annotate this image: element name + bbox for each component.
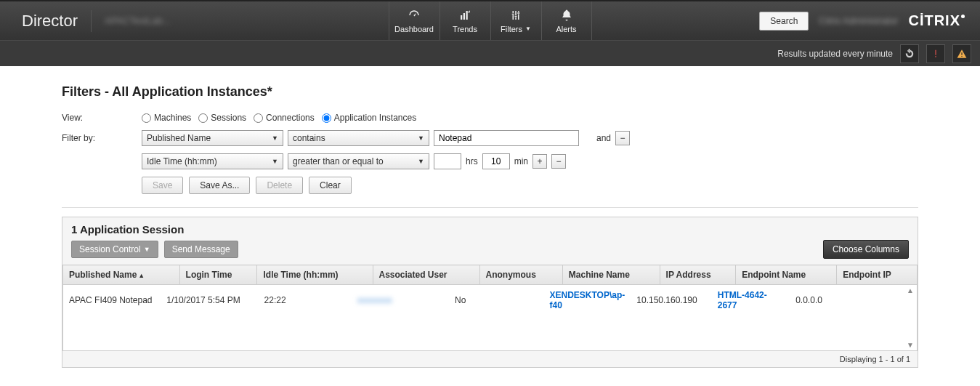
panel-toolbar: Session Control▼ Send Message Choose Col… bbox=[62, 240, 918, 265]
chevron-down-icon: ▼ bbox=[525, 25, 531, 32]
refresh-button[interactable] bbox=[900, 44, 919, 63]
filters-icon bbox=[509, 9, 523, 23]
brand-title: Director bbox=[22, 12, 78, 31]
nav-alerts[interactable]: Alerts bbox=[541, 1, 592, 40]
sub-header: Results updated every minute bbox=[0, 40, 980, 66]
scroll-down-icon[interactable]: ▼ bbox=[907, 341, 914, 349]
nav-dashboard[interactable]: Dashboard bbox=[389, 1, 440, 40]
col-ip-address[interactable]: IP Address bbox=[660, 265, 736, 285]
clear-button[interactable]: Clear bbox=[309, 177, 352, 194]
col-endpoint-ip[interactable]: Endpoint IP bbox=[837, 265, 918, 285]
col-machine-name[interactable]: Machine Name bbox=[562, 265, 660, 285]
trends-icon bbox=[458, 9, 472, 23]
filter2-op-select[interactable]: greater than or equal to▼ bbox=[288, 153, 429, 169]
nav-filters[interactable]: Filters▼ bbox=[490, 1, 541, 40]
cell-ip-address: 10.150.160.190 bbox=[631, 285, 711, 315]
col-idle-time[interactable]: Idle Time (hh:mm) bbox=[257, 265, 373, 285]
filter-joiner: and bbox=[596, 133, 611, 143]
citrix-logo: CİTRIX bbox=[908, 12, 965, 29]
filter2-min-input[interactable] bbox=[482, 153, 510, 169]
header-divider bbox=[91, 10, 92, 32]
filter-actions: Save Save As... Delete Clear bbox=[142, 177, 918, 194]
dashboard-icon bbox=[407, 9, 421, 23]
add-filter-button[interactable]: + bbox=[532, 154, 547, 169]
grid-body: APAC FI409 Notepad 1/10/2017 5:54 PM 22:… bbox=[62, 285, 918, 350]
radio-connections[interactable]: Connections bbox=[254, 113, 315, 123]
radio-appinstances[interactable]: Application Instances bbox=[322, 113, 416, 123]
chevron-down-icon: ▼ bbox=[144, 246, 150, 253]
nav-alerts-label: Alerts bbox=[556, 25, 576, 33]
filter-row-2: Idle Time (hh:mm)▼ greater than or equal… bbox=[62, 153, 918, 169]
site-name[interactable]: APACTestLab... bbox=[105, 15, 171, 26]
top-header: Director APACTestLab... Dashboard Trends… bbox=[0, 0, 980, 40]
header-right: Search Citrix Administrator CİTRIX bbox=[759, 12, 965, 31]
choose-columns-button[interactable]: Choose Columns bbox=[823, 240, 909, 259]
chevron-down-icon: ▼ bbox=[418, 134, 424, 142]
nav-filters-label: Filters bbox=[501, 25, 522, 33]
view-radio-group: Machines Sessions Connections Applicatio… bbox=[142, 113, 419, 123]
filter-row-1: Filter by: Published Name▼ contains▼ and… bbox=[62, 130, 918, 146]
critical-alert-button[interactable] bbox=[926, 44, 945, 63]
cell-machine-name[interactable]: XENDESKTOP\ap-f40 bbox=[543, 285, 631, 315]
radio-machines[interactable]: Machines bbox=[142, 113, 191, 123]
cell-associated-user[interactable]: xxxxxxxx bbox=[352, 285, 449, 315]
col-anonymous[interactable]: Anonymous bbox=[479, 265, 562, 285]
filter1-field-select[interactable]: Published Name▼ bbox=[142, 130, 283, 146]
status-text: Results updated every minute bbox=[777, 49, 893, 59]
main-content: Filters - All Application Instances* Vie… bbox=[0, 66, 980, 375]
col-published-name[interactable]: Published Name▲ bbox=[63, 265, 180, 285]
results-title: 1 Application Session bbox=[71, 223, 909, 236]
results-panel: 1 Application Session Session Control▼ S… bbox=[62, 217, 918, 368]
radio-sessions[interactable]: Sessions bbox=[198, 113, 246, 123]
filter2-field-select[interactable]: Idle Time (hh:mm)▼ bbox=[142, 153, 283, 169]
results-table: Published Name▲ Login Time Idle Time (hh… bbox=[62, 265, 918, 285]
col-login-time[interactable]: Login Time bbox=[179, 265, 257, 285]
table-row[interactable]: APAC FI409 Notepad 1/10/2017 5:54 PM 22:… bbox=[63, 285, 917, 315]
nav-trends[interactable]: Trends bbox=[440, 1, 490, 40]
cell-anonymous: No bbox=[449, 285, 543, 315]
col-associated-user[interactable]: Associated User bbox=[373, 265, 479, 285]
page-title: Filters - All Application Instances* bbox=[62, 84, 918, 100]
save-as-button[interactable]: Save As... bbox=[189, 177, 250, 194]
cell-endpoint-name[interactable]: HTML-4642-2677 bbox=[712, 285, 790, 315]
nav-trends-label: Trends bbox=[453, 25, 477, 33]
chevron-down-icon: ▼ bbox=[418, 158, 424, 165]
save-button[interactable]: Save bbox=[142, 177, 183, 194]
cell-login-time: 1/10/2017 5:54 PM bbox=[161, 285, 258, 315]
remove-filter1-button[interactable]: − bbox=[615, 131, 630, 145]
username-display[interactable]: Citrix Administrator bbox=[819, 15, 898, 26]
filter2-hrs-input[interactable] bbox=[434, 153, 461, 169]
bell-icon bbox=[559, 9, 574, 23]
nav-dashboard-label: Dashboard bbox=[394, 25, 434, 33]
cell-endpoint-ip: 0.0.0.0 bbox=[790, 285, 917, 315]
remove-filter2-button[interactable]: − bbox=[551, 154, 566, 169]
scroll-up-icon[interactable]: ▲ bbox=[907, 286, 914, 294]
view-label: View: bbox=[62, 113, 142, 123]
cell-idle-time: 22:22 bbox=[259, 285, 352, 315]
view-row: View: Machines Sessions Connections Appl… bbox=[62, 113, 918, 123]
nav-center: Dashboard Trends Filters▼ Alerts bbox=[389, 1, 592, 40]
warning-alert-button[interactable] bbox=[952, 44, 971, 63]
chevron-down-icon: ▼ bbox=[272, 134, 278, 142]
min-unit: min bbox=[514, 156, 528, 166]
send-message-button[interactable]: Send Message bbox=[164, 241, 238, 258]
hrs-unit: hrs bbox=[466, 156, 478, 166]
separator bbox=[62, 207, 918, 208]
filterby-label: Filter by: bbox=[62, 133, 142, 143]
search-button[interactable]: Search bbox=[759, 12, 809, 31]
session-control-button[interactable]: Session Control▼ bbox=[71, 241, 158, 258]
cell-published-name: APAC FI409 Notepad bbox=[63, 285, 161, 315]
panel-header: 1 Application Session bbox=[62, 217, 918, 240]
filter1-value-input[interactable] bbox=[434, 130, 579, 146]
filter1-op-select[interactable]: contains▼ bbox=[288, 130, 429, 146]
chevron-down-icon: ▼ bbox=[272, 158, 278, 165]
results-footer: Displaying 1 - 1 of 1 bbox=[62, 350, 918, 367]
sort-asc-icon: ▲ bbox=[138, 272, 145, 279]
delete-button[interactable]: Delete bbox=[256, 177, 303, 194]
col-endpoint-name[interactable]: Endpoint Name bbox=[736, 265, 837, 285]
